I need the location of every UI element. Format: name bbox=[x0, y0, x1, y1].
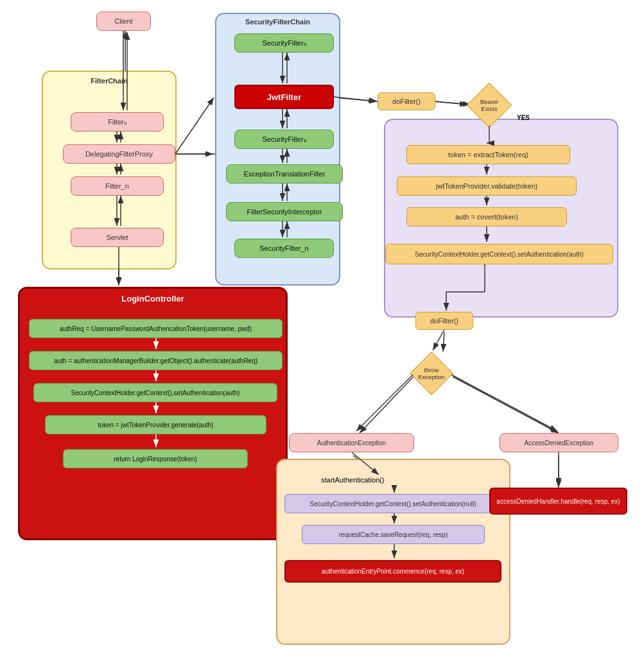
throw-exception-label: throwException bbox=[410, 352, 453, 395]
yes-label: YES bbox=[517, 114, 530, 121]
request-cache-save-box: requestCache.saveRequest(req, resp) bbox=[302, 525, 485, 544]
servlet-box: Servlet bbox=[71, 228, 164, 247]
authentication-exception-box: AuthenticationException bbox=[289, 433, 414, 452]
servlet-label: Servlet bbox=[106, 234, 128, 241]
filtern-box: Filter_n bbox=[71, 176, 164, 196]
securityfiltern-label: SecurityFilter_n bbox=[259, 244, 308, 252]
auth-entry-point-label: authenticationEntryPoint.commence(req, r… bbox=[322, 568, 464, 575]
svg-line-13 bbox=[334, 98, 378, 101]
set-auth-label: SecurityContextHolder.getContext().setAu… bbox=[71, 389, 240, 397]
client-label: Client bbox=[114, 17, 132, 25]
generate-token-label: token = jwtTokenProvider.generate(auth) bbox=[98, 422, 214, 429]
start-authentication-label: startAuthentication() bbox=[321, 476, 384, 484]
covert-box: auth = covert(token) bbox=[406, 207, 567, 226]
return-login-label: return LoginResponse(token) bbox=[114, 456, 197, 463]
set-authentication-box: SecurityContextHolder.getContext().setAu… bbox=[385, 244, 613, 264]
throw-exception-container: throwException bbox=[410, 352, 453, 395]
auth-req-label: authReq = UsernamePasswordAuthencationTo… bbox=[60, 325, 252, 332]
access-denied-handler-box: accessDeniedHandler.handle(req, resp, ex… bbox=[489, 488, 627, 515]
dofilter1-box: doFilter() bbox=[378, 92, 435, 110]
svg-line-14 bbox=[433, 101, 471, 105]
dofilter2-box: doFilter() bbox=[415, 312, 473, 330]
jwtfilter-label: JwtFilter bbox=[267, 92, 301, 102]
covert-label: auth = covert(token) bbox=[455, 213, 518, 221]
svg-line-47 bbox=[175, 98, 214, 154]
set-auth-null-label: SecurityContextHolder.getContext().setAu… bbox=[309, 500, 476, 508]
svg-line-59 bbox=[435, 101, 467, 105]
request-cache-save-label: requestCache.saveRequest(req, resp) bbox=[339, 531, 448, 538]
jwtfilter-box: JwtFilter bbox=[234, 85, 334, 109]
auth-req-box: authReq = UsernamePasswordAuthencationTo… bbox=[29, 319, 283, 338]
dofilter1-label: doFilter() bbox=[392, 98, 421, 105]
filtersecurityinterceptor-label: FilterSecurityInterceptor bbox=[247, 208, 322, 216]
securityfiltern-box: SecurityFilter_n bbox=[234, 239, 334, 258]
filter0-box: Filter₀ bbox=[71, 112, 164, 132]
dofilter2-label: doFilter() bbox=[430, 317, 458, 325]
bearer-exists-container: BearerExists bbox=[466, 82, 512, 128]
securityfilter0-label: SecurityFilter₀ bbox=[262, 39, 306, 47]
svg-line-24 bbox=[443, 332, 444, 352]
filtern-label: Filter_n bbox=[105, 182, 129, 190]
access-denied-handler-label: accessDeniedHandler.handle(req, resp, ex… bbox=[496, 498, 620, 505]
filterchain-label: FilterChain bbox=[91, 77, 127, 85]
securityfilter1-box: SecurityFilter₁ bbox=[234, 130, 334, 149]
extract-token-box: token = extractToken(req) bbox=[406, 145, 570, 164]
svg-line-68 bbox=[433, 330, 444, 350]
svg-line-25 bbox=[360, 377, 413, 433]
securityfilter0-box: SecurityFilter₀ bbox=[234, 33, 334, 53]
delegatingfilterproxy-label: DelegatingFilterProxy bbox=[85, 150, 153, 158]
access-denied-exception-box: AccessDeniedException bbox=[500, 433, 618, 452]
auth-authenticate-label: auth = authenticationManagerBuilder.getO… bbox=[54, 357, 257, 364]
exception-handling-group bbox=[276, 459, 510, 645]
return-login-box: return LoginResponse(token) bbox=[63, 449, 248, 468]
diagram-container: FilterChain SecurityFilterChain LoginCon… bbox=[0, 0, 644, 657]
exceptiontranslationfilter-label: ExceptionTranslationFilter bbox=[244, 170, 326, 178]
validate-token-box: jwtTokenProvider.validate(token) bbox=[397, 176, 577, 196]
svg-line-26 bbox=[453, 377, 559, 433]
securityfilter1-label: SecurityFilter₁ bbox=[262, 135, 306, 144]
generate-token-box: token = jwtTokenProvider.generate(auth) bbox=[45, 415, 266, 434]
logincontroller-label: LoginController bbox=[121, 294, 184, 303]
delegatingfilterproxy-box: DelegatingFilterProxy bbox=[63, 144, 175, 164]
securityfilterchain-label: SecurityFilterChain bbox=[245, 18, 310, 26]
auth-authenticate-box: auth = authenticationManagerBuilder.getO… bbox=[29, 351, 283, 370]
auth-entry-point-box: authenticationEntryPoint.commence(req, r… bbox=[284, 560, 501, 583]
client-box: Client bbox=[96, 12, 151, 31]
authentication-exception-label: AuthenticationException bbox=[317, 439, 386, 447]
svg-line-70 bbox=[451, 375, 557, 431]
filtersecurityinterceptor-box: FilterSecurityInterceptor bbox=[226, 202, 343, 221]
bearer-exists-label: BearerExists bbox=[466, 82, 512, 128]
svg-line-69 bbox=[356, 375, 413, 431]
extract-token-label: token = extractToken(req) bbox=[448, 151, 528, 158]
set-auth-null-box: SecurityContextHolder.getContext().setAu… bbox=[284, 494, 501, 513]
set-authentication-label: SecurityContextHolder.getContext().setAu… bbox=[415, 251, 584, 258]
access-denied-exception-label: AccessDeniedException bbox=[525, 439, 594, 447]
validate-token-label: jwtTokenProvider.validate(token) bbox=[436, 182, 537, 190]
set-auth-box: SecurityContextHolder.getContext().setAu… bbox=[33, 383, 277, 402]
exceptiontranslationfilter-box: ExceptionTranslationFilter bbox=[226, 164, 343, 183]
filter0-label: Filter₀ bbox=[108, 118, 126, 126]
